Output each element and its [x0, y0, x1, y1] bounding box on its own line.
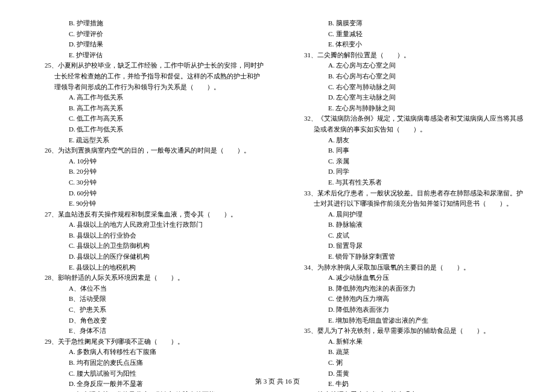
right-column: B. 脑膜变薄 C. 重量减轻 E. 体积变小 31、二尖瓣的解剖位置是（ ）。… — [290, 18, 525, 392]
option-text: C. 县级以上的卫生防御机构 — [30, 241, 265, 251]
option-text: A、体位不当 — [30, 283, 265, 294]
option-text: A. 多数病人有转移性右下腹痛 — [30, 347, 265, 358]
question-28: 28、影响舒适的人际关系环境因素是（ ）。 — [30, 273, 265, 283]
question-25: 25、小夏刚从护校毕业，缺乏工作经验，工作中听从护士长的安排，同时护士长经常检查… — [30, 60, 265, 92]
option-text: B. 同事 — [290, 145, 525, 156]
option-text: B、活动受限 — [30, 294, 265, 305]
option-text: B. 20分钟 — [30, 166, 265, 177]
question-32: 32、《艾滋病防治条例》规定，艾滋病病毒感染者和艾滋病病人应当将其感染或者发病的… — [290, 113, 525, 134]
question-33: 33、某术后化疗患者，一般状况较差。目前患者存在肺部感染和尿潴留。护士对其进行以… — [290, 188, 525, 209]
option-text: B. 右心房与右心室之间 — [290, 71, 525, 82]
option-text: D. 低工作与低关系 — [30, 124, 265, 135]
option-text: C. 使肺泡内压力增高 — [290, 294, 525, 305]
option-text: D. 留置导尿 — [290, 241, 525, 251]
option-text: D. 护理结果 — [30, 39, 265, 50]
option-text: C、护患关系 — [30, 305, 265, 315]
option-text: E. 与其有性关系者 — [290, 177, 525, 188]
option-text: C. 低工作与高关系 — [30, 113, 265, 124]
question-27: 27、某血站违反有关操作规程和制度采集血液，责令其（ ）。 — [30, 209, 265, 220]
option-text: A. 晨间护理 — [290, 209, 525, 220]
option-text: E. 县级以上的地税机构 — [30, 262, 265, 273]
question-26: 26、为达到置换病室内空气的目的，一般每次通风的时间是（ ）。 — [30, 145, 265, 156]
option-text: B. 静脉输液 — [290, 220, 525, 230]
option-text: A. 减少动脉血氧分压 — [290, 273, 525, 283]
option-text: C. 粥 — [290, 358, 525, 368]
option-text: D. 县级以上的医疗保健机构 — [30, 251, 265, 262]
option-text: B. 脑膜变薄 — [290, 18, 525, 29]
option-text: E. 90分钟 — [30, 198, 265, 209]
option-text: E. 疏远型关系 — [30, 135, 265, 146]
option-text: C. 亲属 — [290, 156, 525, 167]
option-text: B. 降低肺泡内泡沫的表面张力 — [290, 283, 525, 294]
option-text: A. 新鲜水果 — [290, 337, 525, 347]
option-text: A. 高工作与低关系 — [30, 92, 265, 103]
option-text: B. 均有固定的麦氏点压痛 — [30, 358, 265, 368]
option-text: C. 右心室与肺动脉之间 — [290, 82, 525, 93]
option-text: D. 同学 — [290, 166, 525, 177]
option-text: E. 左心房与肺静脉之间 — [290, 103, 525, 114]
option-text: D、角色改变 — [30, 315, 265, 326]
option-text: A. 10分钟 — [30, 156, 265, 167]
option-text: E. 锁骨下静脉穿刺置管 — [290, 251, 525, 262]
option-text: A. 县级以上的地方人民政府卫生计生行政部门 — [30, 220, 265, 230]
option-text: D. 降低肺泡表面张力 — [290, 305, 525, 315]
option-text: A. 左心房与左心室之间 — [290, 60, 525, 71]
question-31: 31、二尖瓣的解剖位置是（ ）。 — [290, 50, 525, 61]
option-text: B. 护理措施 — [30, 18, 265, 29]
option-text: D. 60分钟 — [30, 188, 265, 199]
page-footer: 第 3 页 共 16 页 — [0, 376, 555, 387]
option-text: C. 护理评价 — [30, 29, 265, 40]
option-text: E. 增加肺泡毛细血管渗出液的产生 — [290, 315, 525, 326]
option-text: E. 如出现寒战、发热及黄疸，则有门静脉炎的可能 — [30, 390, 265, 392]
question-29: 29、关于急性阑尾炎下列哪项不正确（ ）。 — [30, 337, 265, 347]
left-column: B. 护理措施 C. 护理评价 D. 护理结果 E. 护理评估 25、小夏刚从护… — [30, 18, 265, 392]
option-text: A. 朋友 — [290, 135, 525, 146]
question-35: 35、婴儿为了补充铁剂，最早需要添加的辅助食品是（ ）。 — [290, 326, 525, 337]
option-text: E. 护理评估 — [30, 50, 265, 61]
option-text: E. 体积变小 — [290, 39, 525, 50]
option-text: C. 皮试 — [290, 230, 525, 241]
question-34: 34、为肺水肿病人采取加压吸氧的主要目的是（ ）。 — [290, 262, 525, 273]
option-text: C. 30分钟 — [30, 177, 265, 188]
question-36: 36、护士护理危重症患者时，首先观察（ ）。 — [290, 390, 525, 392]
option-text: B. 县级以上的行业协会 — [30, 230, 265, 241]
option-text: D. 左心室与主动脉之间 — [290, 92, 525, 103]
option-text: E、身体不洁 — [30, 326, 265, 337]
option-text: B. 高工作与高关系 — [30, 103, 265, 114]
option-text: C. 重量减轻 — [290, 29, 525, 40]
option-text: B. 蔬菜 — [290, 347, 525, 358]
